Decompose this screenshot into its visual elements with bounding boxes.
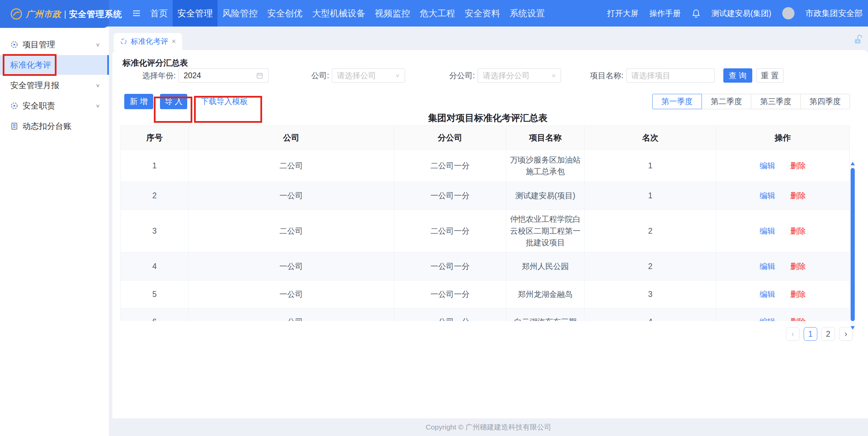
cell-actions: 编辑 删除 — [716, 210, 849, 252]
year-picker[interactable] — [178, 68, 269, 83]
edit-link[interactable]: 编辑 — [760, 225, 775, 237]
branch-placeholder: 请选择分公司 — [483, 70, 549, 81]
column-header: 项目名称 — [506, 126, 585, 150]
nav-item-large-machinery[interactable]: 大型机械设备 — [307, 0, 370, 27]
nav-item-safety-management[interactable]: 安全管理 — [173, 0, 218, 27]
nav-item-major-projects[interactable]: 危大工程 — [415, 0, 460, 27]
page-2-button[interactable]: 2 — [821, 327, 835, 341]
copyright-text: Copyright © 广州穗建建造科技有限公司 — [425, 422, 551, 432]
year-input[interactable] — [183, 71, 256, 80]
sidebar-item-label: 标准化考评 — [10, 60, 51, 70]
scroll-down-arrow-icon[interactable] — [851, 326, 855, 330]
quarter-1-button[interactable]: 第一季度 — [652, 94, 702, 109]
close-icon[interactable]: × — [172, 37, 176, 46]
delete-link[interactable]: 删除 — [790, 261, 806, 272]
prev-page-button[interactable]: ‹ — [786, 327, 800, 341]
logo-block: 广州市政 | 安全管理系统 — [0, 0, 109, 28]
project-name-label: 项目名称: — [590, 70, 623, 81]
sidebar-item-safety-duty[interactable]: 安全职责 ∨ — [0, 96, 109, 116]
page-1-button[interactable]: 1 — [804, 327, 817, 341]
edit-link[interactable]: 编辑 — [760, 288, 775, 300]
chevron-down-icon: ∨ — [96, 41, 100, 48]
project-name-input[interactable] — [631, 71, 710, 80]
add-button[interactable]: 新 增 — [124, 94, 153, 109]
delete-link[interactable]: 删除 — [790, 288, 806, 300]
edit-link[interactable]: 编辑 — [760, 316, 775, 321]
tenant-selector[interactable]: 测试建安易(集团) — [711, 8, 771, 19]
quarter-2-button[interactable]: 第二季度 — [702, 94, 751, 109]
cell-project: 测试建安易(项目) — [506, 182, 585, 210]
action-row: 新 增 导 入 下载导入模板 第一季度 第二季度 第三季度 第四季度 — [124, 94, 850, 109]
user-name[interactable]: 市政集团安全部 — [805, 8, 863, 19]
unlock-icon[interactable] — [853, 34, 864, 46]
tab-standardization-review[interactable]: 标准化考评 × — [114, 33, 182, 50]
bell-icon[interactable] — [692, 9, 701, 18]
branch-label: 分公司: — [449, 70, 475, 81]
open-big-screen-link[interactable]: 打开大屏 — [607, 8, 639, 19]
cell-no: 2 — [121, 182, 189, 210]
nav-item-safety-docs[interactable]: 安全资料 — [460, 0, 505, 27]
avatar[interactable] — [782, 7, 794, 19]
edit-link[interactable]: 编辑 — [760, 261, 775, 272]
import-button[interactable]: 导 入 — [160, 94, 187, 109]
nav-item-video-monitor[interactable]: 视频监控 — [370, 0, 415, 27]
cell-no: 1 — [121, 150, 189, 182]
sidebar-item-label: 项目管理 — [22, 39, 55, 50]
gear-icon — [10, 102, 18, 110]
edit-link[interactable]: 编辑 — [760, 190, 775, 202]
sidebar-item-monthly-safety-report[interactable]: 安全管理月报 ∨ — [0, 76, 109, 95]
cell-project: 郑州龙湖金融岛 — [506, 281, 585, 308]
cell-branch: 一公司一分 — [394, 182, 506, 210]
sidebar-item-project-management[interactable]: 项目管理 ∨ — [0, 35, 109, 54]
app-root: 首页 安全管理 风险管控 安全创优 大型机械设备 视频监控 危大工程 安全资料 … — [0, 0, 868, 436]
cell-actions: 编辑 删除 — [716, 150, 849, 182]
cell-no: 6 — [121, 308, 189, 321]
quarter-3-button[interactable]: 第三季度 — [751, 94, 801, 109]
summary-table: 序号 公司 分公司 项目名称 名次 操作 1 二公司 二公司一分 万顷沙服务区加… — [120, 125, 850, 321]
delete-link[interactable]: 删除 — [790, 160, 806, 172]
menu-fold-icon — [132, 9, 141, 18]
sidebar-item-label: 动态扣分台账 — [22, 121, 71, 132]
delete-link[interactable]: 删除 — [790, 225, 806, 237]
delete-link[interactable]: 删除 — [790, 316, 806, 321]
filter-row: 选择年份: 公司: 请选择公司 ∨ 分公司: 请选择分公司 ∨ 项 — [142, 68, 868, 83]
cell-rank: 1 — [585, 182, 716, 210]
download-template-link[interactable]: 下载导入模板 — [201, 96, 248, 107]
cell-company: 一公司 — [189, 252, 394, 281]
cell-company: 二公司 — [189, 150, 394, 182]
company-select[interactable]: 请选择公司 ∨ — [332, 68, 405, 83]
chevron-down-icon: ∨ — [551, 72, 556, 79]
quarter-4-button[interactable]: 第四季度 — [800, 94, 850, 109]
scroll-up-arrow-icon[interactable] — [851, 162, 855, 165]
sidebar-item-standardization-review[interactable]: 标准化考评 — [0, 55, 109, 75]
footer: Copyright © 广州穗建建造科技有限公司 — [109, 418, 868, 436]
scrollbar-thumb[interactable] — [851, 168, 855, 321]
table-title: 集团对项目标准化考评汇总表 — [120, 111, 855, 125]
sidebar-item-dynamic-deduction-ledger[interactable]: 动态扣分台账 — [0, 116, 109, 136]
nav-item-system-settings[interactable]: 系统设置 — [505, 0, 550, 27]
nav-item-home[interactable]: 首页 — [145, 0, 173, 27]
delete-link[interactable]: 删除 — [790, 190, 806, 202]
brand-system-title: 安全管理系统 — [69, 9, 122, 20]
column-header: 序号 — [121, 126, 189, 150]
nav-item-risk-control[interactable]: 风险管控 — [218, 0, 262, 27]
cell-branch: 一公司一分 — [394, 281, 506, 308]
company-label: 公司: — [311, 70, 329, 81]
manual-link[interactable]: 操作手册 — [649, 8, 681, 19]
brand-emblem-icon — [10, 7, 23, 21]
reset-button[interactable]: 重 置 — [756, 68, 784, 83]
branch-select[interactable]: 请选择分公司 ∨ — [478, 68, 561, 83]
cell-company: 一公司 — [189, 308, 394, 321]
collapse-menu-button[interactable] — [128, 0, 145, 27]
cell-project: 仲恺农业工程学院白云校区二期工程第一批建设项目 — [506, 210, 585, 252]
column-header: 公司 — [189, 126, 394, 150]
search-button[interactable]: 查 询 — [723, 68, 752, 83]
column-header: 分公司 — [394, 126, 506, 150]
nav-item-safety-excellence[interactable]: 安全创优 — [262, 0, 307, 27]
ledger-icon — [10, 122, 18, 130]
edit-link[interactable]: 编辑 — [760, 160, 775, 172]
project-name-field[interactable] — [626, 68, 715, 83]
table-row: 1 二公司 二公司一分 万顷沙服务区加油站施工总承包 1 编辑 删除 — [121, 150, 849, 182]
cell-project: 万顷沙服务区加油站施工总承包 — [506, 150, 585, 182]
chevron-down-icon: ∨ — [96, 82, 100, 88]
